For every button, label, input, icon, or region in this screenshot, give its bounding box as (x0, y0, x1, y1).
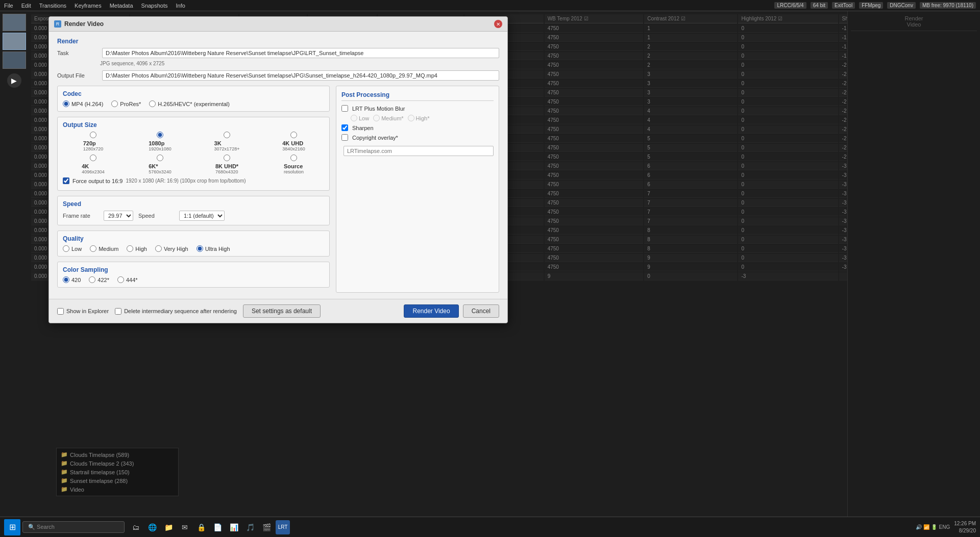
size-4kuhd[interactable]: 4K UHD 3840x2160 (263, 132, 324, 151)
menu-file[interactable]: File (4, 3, 13, 9)
quality-low-radio[interactable] (63, 245, 69, 252)
size-4kuhd-label: 4K UHD (282, 140, 305, 146)
codec-prores[interactable]: ProRes* (111, 100, 141, 107)
quality-medium-radio[interactable] (90, 245, 96, 252)
sharpen-checkbox[interactable] (341, 124, 348, 131)
copyright-checkbox[interactable] (341, 134, 348, 141)
filmstrip-thumb-2[interactable] (3, 33, 26, 50)
taskbar-icon-3[interactable]: 📁 (161, 520, 176, 534)
codec-prores-radio[interactable] (111, 100, 118, 107)
taskbar-icon-8[interactable]: 🎵 (243, 520, 257, 534)
taskbar-icon-7[interactable]: 📊 (227, 520, 241, 534)
taskbar-clock[interactable]: 12:26 PM 8/29/20 (954, 520, 976, 534)
sampling-444[interactable]: 444* (117, 276, 138, 283)
speed-select[interactable]: 1:1 (default) (179, 211, 225, 221)
cancel-button[interactable]: Cancel (463, 304, 499, 318)
show-in-explorer-row[interactable]: Show in Explorer (57, 308, 109, 315)
motion-blur-low[interactable]: Low (351, 115, 369, 121)
task-input[interactable] (102, 48, 499, 58)
systray-icons: 🔊 📶 🔋 (916, 524, 937, 530)
size-source-label: Source (284, 163, 304, 169)
badge-lrcc: LRCC/6/5/4 (774, 2, 806, 9)
quality-ultra-high[interactable]: Ultra High (197, 245, 230, 252)
delete-intermediary-checkbox[interactable] (115, 308, 121, 315)
action-buttons: Render Video Cancel (404, 304, 499, 318)
menu-info[interactable]: Info (176, 3, 185, 9)
size-4k-radio[interactable] (90, 155, 96, 161)
size-source-radio[interactable] (290, 155, 297, 161)
size-1080p-radio[interactable] (157, 132, 163, 138)
menu-edit[interactable]: Edit (21, 3, 31, 9)
quality-low[interactable]: Low (63, 245, 82, 252)
sampling-444-radio[interactable] (117, 276, 124, 283)
quality-very-high[interactable]: Very High (155, 245, 188, 252)
size-1080p-label: 1080p (149, 140, 172, 146)
copyright-text-input[interactable] (344, 146, 494, 156)
force-16-9-row[interactable]: Force output to 16:9 1920 x 1080 (AR: 16… (63, 177, 324, 184)
sampling-420-radio[interactable] (63, 276, 69, 283)
filmstrip: ▶ (0, 11, 28, 517)
render-video-button[interactable]: Render Video (404, 304, 458, 318)
size-8kuhd[interactable]: 8K UHD* 7680x4320 (197, 155, 257, 174)
size-4k[interactable]: 4K 4096x2304 (63, 155, 124, 174)
codec-mp4[interactable]: MP4 (H.264) (63, 100, 103, 107)
size-8kuhd-radio[interactable] (224, 155, 230, 161)
modal-overlay: R Render Video ✕ Render Task JPG sequenc… (28, 11, 980, 517)
force-16-9-checkbox[interactable] (63, 177, 69, 184)
taskbar-icon-6[interactable]: 📄 (210, 520, 225, 534)
play-button[interactable]: ▶ (7, 73, 21, 88)
codec-h265[interactable]: H.265/HEVC* (experimental) (149, 100, 230, 107)
size-3k-radio[interactable] (224, 132, 230, 138)
size-1080p[interactable]: 1080p 1920x1080 (130, 132, 190, 151)
menu-keyframes[interactable]: Keyframes (75, 3, 102, 9)
menu-metadata[interactable]: Metadata (110, 3, 133, 9)
show-in-explorer-checkbox[interactable] (57, 308, 64, 315)
quality-high-radio[interactable] (127, 245, 133, 252)
size-720p-radio[interactable] (90, 132, 96, 138)
taskbar-icon-lrt[interactable]: LRT (276, 520, 290, 534)
quality-very-high-radio[interactable] (155, 245, 162, 252)
set-default-button[interactable]: Set settings as default (243, 304, 321, 318)
size-3k[interactable]: 3K 3072x1728+ (197, 132, 257, 151)
size-1080p-sub: 1920x1080 (149, 146, 172, 151)
motion-blur-medium[interactable]: Medium* (373, 115, 403, 121)
dialog-close-button[interactable]: ✕ (494, 20, 502, 28)
filmstrip-thumb-1[interactable] (3, 14, 26, 31)
size-6k[interactable]: 6K* 5760x3240 (130, 155, 190, 174)
taskbar-icon-1[interactable]: 🗂 (129, 520, 143, 534)
filmstrip-thumb-3[interactable] (3, 52, 26, 69)
lrt-motion-blur-checkbox[interactable] (341, 105, 348, 112)
codec-h265-radio[interactable] (149, 100, 156, 107)
codec-label: Codec (63, 90, 324, 97)
menu-snapshots[interactable]: Snapshots (141, 3, 168, 9)
taskbar-icon-5[interactable]: 🔒 (194, 520, 208, 534)
taskbar-search-box[interactable]: 🔍 Search (22, 521, 125, 533)
size-4k-label: 4K (82, 163, 105, 169)
output-label: Output File (57, 72, 98, 79)
size-720p[interactable]: 720p 1280x720 (63, 132, 124, 151)
sampling-420[interactable]: 420 (63, 276, 81, 283)
size-source-sub: resolution (284, 169, 304, 174)
quality-medium[interactable]: Medium (90, 245, 118, 252)
size-6k-radio[interactable] (157, 155, 163, 161)
delete-intermediary-row[interactable]: Delete intermediary sequence after rende… (115, 308, 237, 315)
quality-medium-label: Medium (99, 246, 118, 252)
force-16-9-sub: 1920 x 1080 (AR: 16:9) (100px crop from … (126, 178, 246, 184)
frame-rate-select[interactable]: 29.97 (104, 211, 133, 221)
output-input[interactable] (102, 70, 499, 81)
size-source[interactable]: Source resolution (263, 155, 324, 174)
sampling-422-radio[interactable] (89, 276, 95, 283)
quality-high[interactable]: High (127, 245, 147, 252)
taskbar-icon-9[interactable]: 🎬 (259, 520, 274, 534)
menu-transitions[interactable]: Transitions (39, 3, 66, 9)
quality-radio-group: Low Medium High (63, 245, 324, 252)
sampling-422[interactable]: 422* (89, 276, 109, 283)
quality-ultra-high-radio[interactable] (197, 245, 203, 252)
codec-mp4-radio[interactable] (63, 100, 69, 107)
taskbar-icon-4[interactable]: ✉ (178, 520, 192, 534)
delete-intermediary-label: Delete intermediary sequence after rende… (124, 308, 237, 314)
taskbar-icon-2[interactable]: 🌐 (145, 520, 159, 534)
start-button[interactable]: ⊞ (4, 519, 20, 535)
size-4kuhd-radio[interactable] (290, 132, 297, 138)
motion-blur-high[interactable]: High* (408, 115, 430, 121)
